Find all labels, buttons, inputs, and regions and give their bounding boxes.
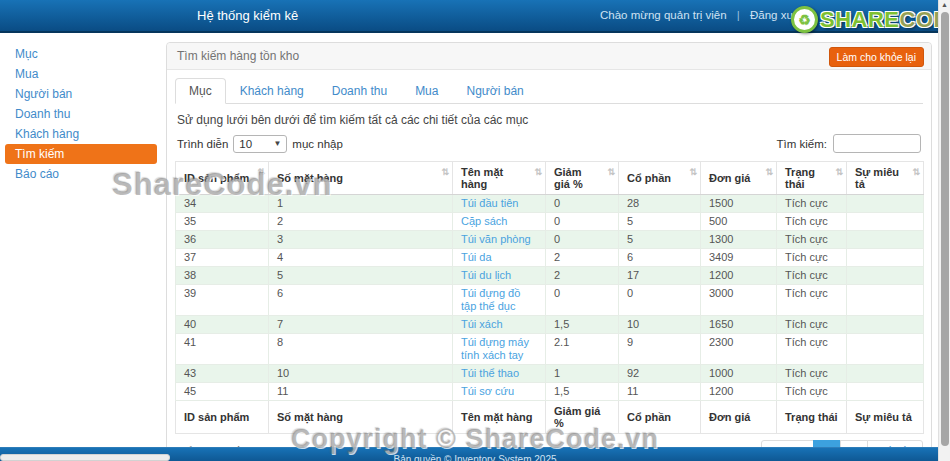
sidebar-item-muc[interactable]: Mục: [5, 44, 157, 64]
item-name-link[interactable]: Túi da: [453, 249, 546, 267]
sort-icon: ⇅: [765, 167, 773, 177]
table-cell: Tích cực: [777, 213, 847, 231]
table-cell: 1650: [701, 316, 777, 334]
tab-doanh-thu[interactable]: Doanh thu: [318, 78, 401, 104]
table-cell: 10: [619, 316, 701, 334]
sort-icon: ⇅: [835, 167, 843, 177]
page-length-select[interactable]: 10 ▼: [233, 135, 287, 153]
length-suffix-label: mục nhập: [292, 138, 343, 150]
column-header-trang-thai[interactable]: Trạng thái⇅: [777, 162, 847, 195]
tab-nguoi-ban[interactable]: Người bán: [452, 78, 537, 104]
footer-column-header-giam-gia: Giảm giá %: [546, 401, 619, 434]
table-cell: Tích cực: [777, 285, 847, 316]
item-name-link[interactable]: Túi đựng máy tính xách tay: [453, 334, 546, 365]
table-cell: [847, 195, 924, 213]
table-cell: 1: [269, 195, 453, 213]
table-cell: [847, 267, 924, 285]
refresh-button[interactable]: Làm cho khỏe lại: [829, 47, 924, 67]
column-header-su-mieu-ta[interactable]: Sự miêu tả⇅: [847, 162, 924, 195]
table-cell: 11: [619, 383, 701, 401]
length-prefix-label: Trình diễn: [177, 138, 228, 150]
sidebar-item-doanh-thu[interactable]: Doanh thu: [5, 104, 157, 124]
item-name-link[interactable]: Túi văn phòng: [453, 231, 546, 249]
separator: |: [737, 9, 740, 21]
item-name-link[interactable]: Túi đựng đồ tập thể dục: [453, 285, 546, 316]
table-row: 352Cặp sách05500Tích cực: [176, 213, 924, 231]
card-title: Tìm kiếm hàng tồn kho: [177, 49, 299, 63]
tab-khach-hang[interactable]: Khách hàng: [226, 78, 318, 104]
content-card: Tìm kiếm hàng tồn kho Làm cho khỏe lại M…: [166, 42, 932, 461]
table-row: 4310Túi thể thao1921000Tích cực: [176, 365, 924, 383]
table-cell: 2300: [701, 334, 777, 365]
item-name-link[interactable]: Túi thể thao: [453, 365, 546, 383]
tab-mua[interactable]: Mua: [401, 78, 452, 104]
vertical-scrollbar[interactable]: ▲: [938, 0, 950, 461]
table-cell: 8: [269, 334, 453, 365]
sort-icon: ⇅: [689, 167, 697, 177]
column-header-so-mat-hang[interactable]: Số mặt hàng⇅: [269, 162, 453, 195]
table-cell: 5: [269, 267, 453, 285]
column-header-don-gia[interactable]: Đơn giá⇅: [701, 162, 777, 195]
table-row: 363Túi văn phòng051300Tích cực: [176, 231, 924, 249]
table-cell: 3000: [701, 285, 777, 316]
search-input[interactable]: [833, 134, 921, 153]
column-header-id-san-pham[interactable]: ID sản phẩm⇅: [176, 162, 269, 195]
search-label: Tìm kiếm:: [777, 138, 827, 150]
table-cell: Tích cực: [777, 231, 847, 249]
table-row: 385Túi du lịch2171200Tích cực: [176, 267, 924, 285]
table-cell: 2: [269, 213, 453, 231]
horizontal-scrollbar-thumb[interactable]: [0, 454, 170, 461]
item-name-link[interactable]: Túi sơ cứu: [453, 383, 546, 401]
table-cell: 4: [269, 249, 453, 267]
table-cell: 38: [176, 267, 269, 285]
table-row: 396Túi đựng đồ tập thể dục003000Tích cực: [176, 285, 924, 316]
table-cell: 17: [619, 267, 701, 285]
navbar-user-area: Chào mừng quản trị viên | Đăng xuất: [600, 9, 802, 21]
table-cell: Tích cực: [777, 334, 847, 365]
table-cell: 1500: [701, 195, 777, 213]
sidebar-item-tim-kiem[interactable]: Tìm kiếm: [5, 144, 157, 164]
table-cell: 36: [176, 231, 269, 249]
table-cell: 1,5: [546, 316, 619, 334]
table-cell: 2: [546, 267, 619, 285]
sidebar-item-bao-cao[interactable]: Báo cáo: [5, 164, 157, 184]
sidebar-item-khach-hang[interactable]: Khách hàng: [5, 124, 157, 144]
column-header-co-phan[interactable]: Cổ phần⇅: [619, 162, 701, 195]
sidebar-item-mua[interactable]: Mua: [5, 64, 157, 84]
table-cell: 5: [619, 213, 701, 231]
table-cell: 41: [176, 334, 269, 365]
table-row: 4511Túi sơ cứu1,5111200Tích cực: [176, 383, 924, 401]
vertical-scrollbar-thumb[interactable]: [941, 12, 949, 446]
tab-muc[interactable]: Mục: [175, 78, 226, 104]
sidebar-item-nguoi-ban[interactable]: Người bán: [5, 84, 157, 104]
column-header-giam-gia[interactable]: Giảm giá %⇅: [546, 162, 619, 195]
table-cell: Tích cực: [777, 316, 847, 334]
table-cell: 11: [269, 383, 453, 401]
item-name-link[interactable]: Túi xách: [453, 316, 546, 334]
table-cell: 0: [619, 285, 701, 316]
scroll-up-arrow-icon[interactable]: ▲: [939, 1, 950, 8]
table-cell: 0: [546, 285, 619, 316]
table-cell: 1200: [701, 383, 777, 401]
table-cell: [847, 316, 924, 334]
table-cell: 2: [546, 249, 619, 267]
item-name-link[interactable]: Cặp sách: [453, 213, 546, 231]
sharecode-logo: ♻ SHARE CODE .vn: [791, 6, 950, 33]
item-name-link[interactable]: Túi du lịch: [453, 267, 546, 285]
table-cell: 0: [546, 231, 619, 249]
table-cell: 3: [269, 231, 453, 249]
recycle-icon: ♻: [791, 6, 818, 33]
table-cell: 34: [176, 195, 269, 213]
welcome-text: Chào mừng quản trị viên: [600, 9, 727, 21]
table-cell: [847, 365, 924, 383]
table-cell: [847, 334, 924, 365]
table-cell: 6: [269, 285, 453, 316]
table-cell: Tích cực: [777, 249, 847, 267]
footer-column-header-ten-mat-hang: Tên mặt hàng: [453, 401, 546, 434]
column-header-ten-mat-hang[interactable]: Tên mặt hàng⇅: [453, 162, 546, 195]
table-cell: 39: [176, 285, 269, 316]
table-cell: Tích cực: [777, 383, 847, 401]
item-name-link[interactable]: Túi đầu tiên: [453, 195, 546, 213]
table-cell: Tích cực: [777, 365, 847, 383]
table-cell: 40: [176, 316, 269, 334]
